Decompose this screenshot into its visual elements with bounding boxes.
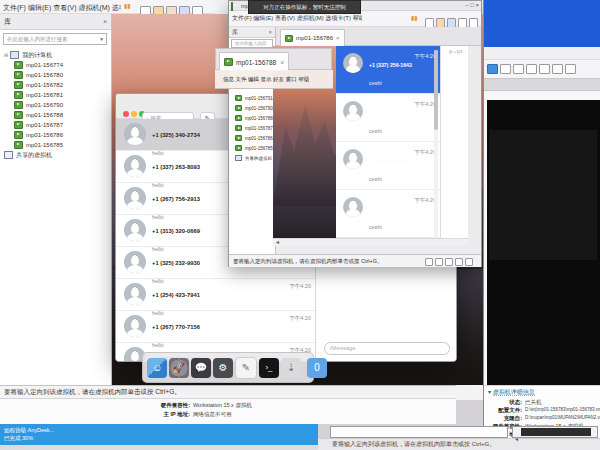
window-b-menus[interactable]: 文件(F) 编辑(E) 查看(V) 虚拟机(M) 选项卡(T) 帮助(H)	[232, 14, 362, 23]
imessage-input[interactable]: iMessage	[324, 342, 450, 355]
mac-menubar: 信息 文件 编辑 显示 好友 窗口 帮助	[215, 70, 333, 89]
tree-vm-item[interactable]: mp01-156785	[4, 140, 110, 150]
tab-close-icon[interactable]: ×	[280, 59, 284, 66]
sound-icon[interactable]	[465, 258, 473, 266]
usb-icon[interactable]	[455, 258, 463, 266]
minimize-icon[interactable]: –	[465, 2, 468, 8]
system-preferences-icon[interactable]: ⚙	[213, 358, 233, 378]
bottom-scroll-input[interactable]	[330, 426, 508, 438]
vmware-left-menus[interactable]: 文件(F) 编辑(E) 查看(V) 虚拟机(M) 选项卡(T) 帮助(H)	[3, 3, 121, 13]
pause-button[interactable]: ▮▮	[124, 2, 131, 9]
vm-label: mp01-156785	[245, 146, 273, 151]
conversation-time: 下午4:20	[414, 197, 436, 204]
tree-vm-item[interactable]: mp01-156791	[235, 93, 275, 103]
network-icon[interactable]	[445, 258, 453, 266]
details-title[interactable]: 虚拟机详细信息	[493, 389, 535, 396]
right-toolbar	[484, 60, 600, 78]
library-search-left[interactable]: 在此处输入内容进行搜索 ▾	[3, 33, 107, 45]
conversation-row[interactable]: +1 (254) 423-7941hello 下午4:20	[116, 279, 315, 311]
search-caret-icon[interactable]: ▾	[100, 34, 103, 44]
mac-menu-items[interactable]: 信息 文件 编辑 显示 好友 窗口 帮助	[223, 76, 309, 83]
conversation-row[interactable]: +1 (254) 423-0528ceshi 下午4:20	[336, 142, 440, 190]
cdrom-icon[interactable]	[435, 258, 443, 266]
scroll-left-icon[interactable]: ◄	[275, 239, 280, 245]
avatar	[124, 251, 146, 273]
tree-vm-item[interactable]: mp01-156781	[4, 90, 110, 100]
tree-vm-item[interactable]: mp01-156782	[4, 80, 110, 90]
tree-vm-item[interactable]: mp01-156787	[235, 123, 275, 133]
vm-icon	[14, 71, 23, 79]
tree-vm-item[interactable]: mp01-156787	[4, 120, 110, 130]
messages-window-b: +1 (337) 256-1643ceshi 下午4:20 ceshi 下午4:…	[336, 46, 468, 246]
tab-close-icon[interactable]: ×	[336, 35, 340, 41]
tree-vm-item[interactable]: mp01-156788	[235, 113, 275, 123]
tree-root-left[interactable]: ⊟我的计算机	[4, 50, 110, 60]
tree-vm-item[interactable]: mp01-156785	[235, 143, 275, 153]
avatar	[124, 219, 146, 241]
tree-vm-item[interactable]: mp01-156774	[4, 60, 110, 70]
tree-vm-item[interactable]: mp01-156790	[235, 103, 275, 113]
tree-vm-item[interactable]: mp01-156786	[235, 133, 275, 143]
library-close-icon[interactable]: ×	[103, 14, 107, 29]
vm-label: mp01-156780	[26, 72, 63, 78]
vm-icon	[14, 131, 23, 139]
library-title: 库	[232, 27, 238, 37]
library-close-icon[interactable]: ×	[268, 27, 272, 37]
tree-shared-vms[interactable]: 共享的虚拟机	[235, 153, 275, 163]
notification-icon[interactable]	[487, 64, 498, 74]
vm-label: mp01-156787	[26, 122, 63, 128]
messages-b-scrollbar[interactable]	[434, 50, 438, 240]
vm-icon	[14, 61, 23, 69]
bottom-hscrollbar[interactable]: ◄	[512, 426, 598, 438]
conversation-preview: ceshi	[369, 80, 382, 86]
conversation-row[interactable]: +1 (267) 770-7156hello 下午4:20	[116, 311, 315, 343]
detail-row: 配置文件:D:\snj\mp01-156783\mp01-156783.vmx	[484, 406, 600, 414]
vm-b-hscrollbar[interactable]: ◄	[273, 238, 468, 246]
tree-vm-item[interactable]: mp01-156788	[4, 110, 110, 120]
downloads-icon[interactable]: ⇣	[281, 358, 301, 378]
tooltip-text: 对方正在操作鼠标，暂时无法控制	[263, 4, 346, 10]
messages-icon[interactable]: 💬	[191, 358, 211, 378]
conversation-preview: ceshi	[369, 176, 382, 182]
detail-value: 已关机	[525, 398, 542, 406]
pause-button[interactable]: ▮▮	[411, 14, 418, 21]
terminal-icon[interactable]: ›_	[259, 358, 279, 378]
tree-vm-item[interactable]: mp01-156780	[4, 70, 110, 80]
unity-icon[interactable]	[539, 64, 550, 74]
conversation-row[interactable]: ceshi 下午4:20	[336, 190, 440, 238]
textedit-icon[interactable]: ✎	[235, 357, 257, 379]
tab-mp01-156788[interactable]: mp01-156788 ×	[219, 52, 289, 71]
hdd-icon[interactable]	[425, 258, 433, 266]
device-icon[interactable]	[513, 64, 524, 74]
conversation-row[interactable]: ceshi 下午4:20	[336, 94, 440, 142]
wallpaper-mountain	[273, 76, 343, 206]
detail-label: 硬件兼容性:	[138, 401, 190, 409]
scroll-thumb[interactable]	[521, 428, 591, 436]
downloads-folder-icon[interactable]: 0	[307, 358, 327, 378]
console-icon[interactable]	[500, 64, 511, 74]
window-b-controls[interactable]: – □ ×	[465, 2, 479, 8]
tab-mp01-156786[interactable]: mp01-156786 ×	[280, 29, 345, 46]
tree-shared-vms[interactable]: 共享的虚拟机	[4, 150, 110, 160]
fullscreen-icon[interactable]	[526, 64, 537, 74]
tree-vm-item[interactable]: mp01-156786	[4, 130, 110, 140]
vmware-window-b: mp01-156786 - VMware Workstation – □ × 文…	[228, 0, 482, 267]
close-icon[interactable]: ×	[475, 2, 479, 8]
finder-icon[interactable]: ☺	[147, 358, 167, 378]
right-gray-bar	[484, 78, 600, 91]
minimize-icon[interactable]	[131, 111, 137, 117]
snapshot-icon[interactable]	[552, 64, 563, 74]
collapse-caret-icon[interactable]: ▾	[488, 389, 491, 395]
vm-screen-right-off[interactable]	[487, 100, 600, 385]
library-search-b[interactable]: 在此处输入内容进行搜索	[231, 39, 273, 48]
anydesk-progress-bar[interactable]: 远程协助 AnyDesk... 已完成 30%	[0, 424, 318, 445]
avatar	[124, 155, 146, 177]
maximize-icon[interactable]: □	[470, 2, 474, 8]
tree-vm-item[interactable]: mp01-156790	[4, 100, 110, 110]
conversation-number	[369, 110, 370, 116]
conversation-row[interactable]: +1 (337) 256-1643ceshi 下午4:20	[336, 46, 440, 94]
vm-device-icons[interactable]	[425, 258, 475, 267]
clone-icon[interactable]	[565, 64, 576, 74]
launchpad-icon[interactable]: 🚀	[169, 358, 189, 378]
close-icon[interactable]	[123, 111, 129, 117]
